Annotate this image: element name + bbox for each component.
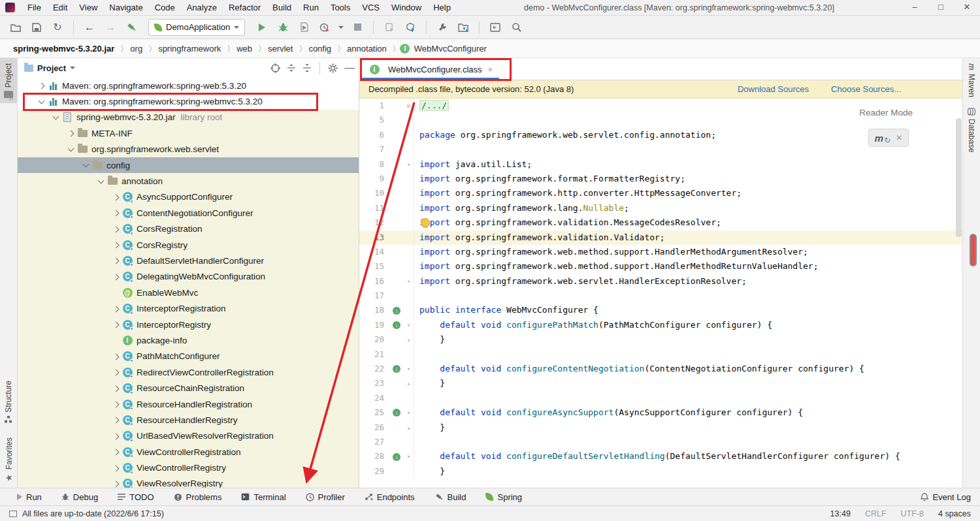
chevron-right-icon[interactable] <box>112 257 118 264</box>
close-tab-icon[interactable]: × <box>488 65 493 74</box>
stop-button[interactable] <box>348 19 367 36</box>
chevron-right-icon[interactable] <box>67 130 73 136</box>
expand-all-icon[interactable] <box>287 63 296 72</box>
chevron-right-icon[interactable] <box>112 433 118 439</box>
tree-item-maven-org-springframework-spring-webmvc-[interactable]: Maven: org.springframework:spring-webmvc… <box>18 93 359 109</box>
status-item-utf-8[interactable]: UTF-8 <box>901 509 924 518</box>
close-button[interactable]: ✕ <box>954 0 980 16</box>
fold-marker-icon[interactable]: ▾ <box>404 274 414 289</box>
run-with-coverage-button[interactable] <box>295 19 313 36</box>
chevron-right-icon[interactable] <box>37 82 44 89</box>
chevron-right-icon[interactable] <box>112 306 118 312</box>
minimize-button[interactable]: – <box>902 0 928 16</box>
implemented-marker-icon[interactable]: ↓ <box>389 405 404 420</box>
chevron-right-icon[interactable] <box>112 449 118 455</box>
fold-marker-icon[interactable]: ▾ <box>404 318 414 332</box>
run-configuration-select[interactable]: DemoApplication <box>148 19 245 36</box>
build-hammer-icon[interactable] <box>122 19 140 36</box>
chevron-down-icon[interactable] <box>70 67 75 69</box>
debug-button[interactable] <box>274 19 292 36</box>
code-line-12[interactable]: 12import org.springframework.validation.… <box>359 215 962 230</box>
menu-navigate[interactable]: Navigate <box>103 0 148 16</box>
breadcrumb-item[interactable]: annotation <box>344 42 389 55</box>
tree-item-viewcontrollerregistration[interactable]: CViewControllerRegistration <box>18 444 359 460</box>
code-line-19[interactable]: 19↓▾ default void configurePathMatch(Pat… <box>359 318 962 332</box>
chevron-right-icon[interactable] <box>112 369 118 375</box>
tree-item-org-springframework-web-servlet[interactable]: org.springframework.web.servlet <box>18 142 359 157</box>
tool-window-button-maven[interactable]: m Maven <box>967 58 976 103</box>
status-item-4-spaces[interactable]: 4 spaces <box>938 509 971 518</box>
run-button[interactable] <box>253 19 271 36</box>
settings-wrench-icon[interactable] <box>433 19 451 36</box>
chevron-right-icon[interactable] <box>112 194 118 200</box>
tree-item-defaultservlethandlerconfigurer[interactable]: CDefaultServletHandlerConfigurer <box>18 253 359 268</box>
code-line-9[interactable]: 9import org.springframework.format.Forma… <box>359 172 962 186</box>
profiler-button[interactable] <box>316 19 334 36</box>
chevron-right-icon[interactable] <box>112 274 118 280</box>
tool-window-button-spring[interactable]: Spring <box>485 492 522 502</box>
run-anything-icon[interactable] <box>486 19 504 36</box>
tree-item-contentnegotiationconfigurer[interactable]: CContentNegotiationConfigurer <box>18 205 359 221</box>
code-line-20[interactable]: 20▴ } <box>359 332 962 347</box>
maven-reload-widget[interactable]: m ↻ ✕ <box>868 129 909 147</box>
tool-window-button-build[interactable]: Build <box>434 492 466 502</box>
tool-window-button-structure[interactable]: Structure <box>4 375 13 428</box>
tree-item-config[interactable]: config <box>18 157 359 173</box>
code-line-13[interactable]: 13import org.springframework.validation.… <box>359 230 962 245</box>
code-line-23[interactable]: 23▴ } <box>359 376 962 390</box>
breadcrumb-item[interactable]: web <box>234 42 255 55</box>
tool-window-button-debug[interactable]: Debug <box>61 492 98 502</box>
menu-window[interactable]: Window <box>385 0 427 16</box>
download-dependencies-icon[interactable] <box>401 19 419 36</box>
profiler-chevron-icon[interactable] <box>336 19 346 36</box>
tool-window-button-todo[interactable]: TODO <box>118 492 154 502</box>
breadcrumb-item[interactable]: WebMvcConfigurer <box>412 42 489 55</box>
status-item-13-49[interactable]: 13:49 <box>830 509 851 518</box>
search-everywhere-icon[interactable] <box>507 19 525 36</box>
fold-marker-icon[interactable]: ▾ <box>404 157 414 172</box>
tree-item-package-info[interactable]: Ipackage-info <box>18 332 359 348</box>
fold-marker-icon[interactable]: ▴ <box>404 376 414 390</box>
project-structure-icon[interactable] <box>454 19 472 36</box>
chevron-down-icon[interactable] <box>37 99 44 105</box>
gear-icon[interactable] <box>328 63 338 73</box>
code-line-24[interactable]: 24 <box>359 391 962 405</box>
menu-edit[interactable]: Edit <box>47 0 73 16</box>
download-sources-link[interactable]: Download Sources <box>738 84 809 94</box>
implemented-marker-icon[interactable]: ↓ <box>389 362 404 376</box>
breadcrumb-item[interactable]: org <box>127 42 145 55</box>
tool-window-button-terminal[interactable]: Terminal <box>241 492 286 502</box>
event-log-button[interactable]: Event Log <box>921 492 971 502</box>
status-item-crlf[interactable]: CRLF <box>865 509 887 518</box>
code-line-29[interactable]: 29 } <box>359 464 962 479</box>
tree-item-delegatingwebmvcconfiguration[interactable]: CDelegatingWebMvcConfiguration <box>18 269 359 285</box>
tree-item-viewresolverregistry[interactable]: CViewResolverRegistry <box>18 476 359 488</box>
code-line-27[interactable]: 27 <box>359 435 962 449</box>
code-line-25[interactable]: 25↓▾ default void configureAsyncSupport(… <box>359 405 962 420</box>
chevron-right-icon[interactable] <box>112 481 118 487</box>
back-icon[interactable]: ← <box>80 19 99 36</box>
chevron-right-icon[interactable] <box>112 417 118 423</box>
menu-help[interactable]: Help <box>427 0 457 16</box>
reader-mode-label[interactable]: Reader Mode <box>859 108 913 118</box>
menu-run[interactable]: Run <box>297 0 325 16</box>
tree-item-resourcechainregistration[interactable]: CResourceChainRegistration <box>18 380 359 396</box>
code-line-16[interactable]: 16▾import org.springframework.web.servle… <box>359 274 962 289</box>
menu-view[interactable]: View <box>73 0 103 16</box>
code-line-26[interactable]: 26▴ } <box>359 420 962 435</box>
chevron-right-icon[interactable] <box>112 242 118 248</box>
code-line-21[interactable]: 21 <box>359 347 962 362</box>
implemented-marker-icon[interactable]: ↓ <box>389 318 404 332</box>
tool-window-button-run[interactable]: Run <box>17 492 42 502</box>
tree-item-interceptorregistration[interactable]: CInterceptorRegistration <box>18 300 359 316</box>
tree-item-enablewebmvc[interactable]: @EnableWebMvc <box>18 285 359 300</box>
fold-marker-icon[interactable]: ▴ <box>404 420 414 435</box>
tree-item-maven-org-springframework-spring-web-5-3[interactable]: Maven: org.springframework:spring-web:5.… <box>18 78 359 93</box>
update-application-icon[interactable] <box>380 19 399 36</box>
breadcrumb-item[interactable]: springframework <box>155 42 223 55</box>
code-line-10[interactable]: 10import org.springframework.http.conver… <box>359 186 962 200</box>
chevron-down-icon[interactable] <box>52 114 58 121</box>
maximize-button[interactable]: □ <box>928 0 954 16</box>
menu-tools[interactable]: Tools <box>325 0 356 16</box>
chevron-down-icon[interactable] <box>97 178 103 185</box>
